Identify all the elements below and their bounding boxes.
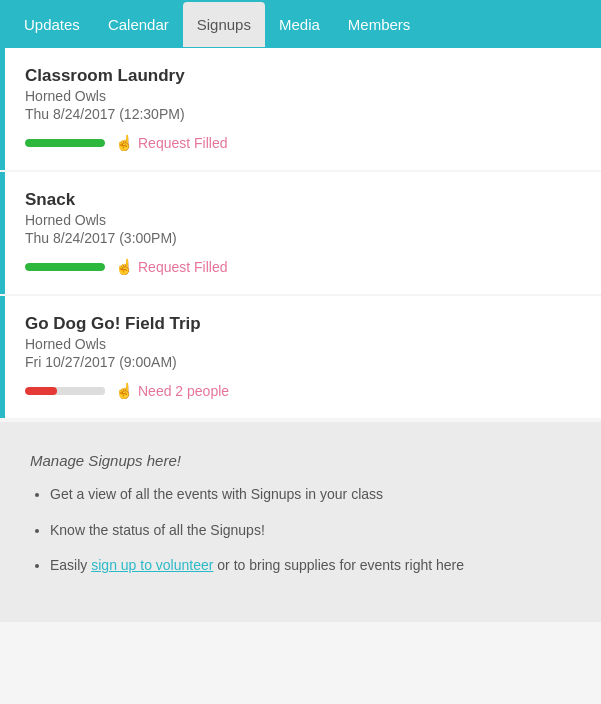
manage-bullet3-pre: Easily	[50, 557, 91, 573]
card-title-2: Snack	[25, 190, 581, 210]
progress-bar-fill-3-empty	[57, 387, 105, 395]
card-progress-area-2: ☝ Request Filled	[25, 258, 581, 276]
nav-members[interactable]: Members	[334, 2, 425, 47]
card-subtitle-1: Horned Owls	[25, 88, 581, 104]
hand-icon-3: ☝	[115, 382, 134, 400]
status-label-3: Need 2 people	[138, 383, 229, 399]
main-nav: Updates Calendar Signups Media Members	[0, 0, 601, 48]
card-date-3: Fri 10/27/2017 (9:00AM)	[25, 354, 581, 370]
card-subtitle-2: Horned Owls	[25, 212, 581, 228]
status-text-3[interactable]: ☝ Need 2 people	[115, 382, 229, 400]
card-progress-area-3: ☝ Need 2 people	[25, 382, 581, 400]
nav-signups[interactable]: Signups	[183, 2, 265, 47]
card-date-1: Thu 8/24/2017 (12:30PM)	[25, 106, 581, 122]
progress-bar-fill-1	[25, 139, 105, 147]
status-text-1[interactable]: ☝ Request Filled	[115, 134, 228, 152]
nav-calendar[interactable]: Calendar	[94, 2, 183, 47]
progress-bar-wrap-1	[25, 139, 105, 147]
progress-bar-wrap-3	[25, 387, 105, 395]
progress-bar-wrap-2	[25, 263, 105, 271]
signup-card-3: Go Dog Go! Field Trip Horned Owls Fri 10…	[0, 296, 601, 418]
status-label-2: Request Filled	[138, 259, 228, 275]
signup-card-1: Classroom Laundry Horned Owls Thu 8/24/2…	[0, 48, 601, 170]
manage-title: Manage Signups here!	[30, 452, 571, 469]
card-title-1: Classroom Laundry	[25, 66, 581, 86]
progress-bar-fill-2	[25, 263, 105, 271]
manage-bullet-1: Get a view of all the events with Signup…	[50, 485, 571, 505]
card-subtitle-3: Horned Owls	[25, 336, 581, 352]
manage-bullet3-post: or to bring supplies for events right he…	[213, 557, 464, 573]
status-label-1: Request Filled	[138, 135, 228, 151]
manage-bullet-3: Easily sign up to volunteer or to bring …	[50, 556, 571, 576]
hand-icon-2: ☝	[115, 258, 134, 276]
manage-section: Manage Signups here! Get a view of all t…	[0, 422, 601, 622]
card-date-2: Thu 8/24/2017 (3:00PM)	[25, 230, 581, 246]
nav-media[interactable]: Media	[265, 2, 334, 47]
nav-updates[interactable]: Updates	[10, 2, 94, 47]
card-title-3: Go Dog Go! Field Trip	[25, 314, 581, 334]
signup-card-2: Snack Horned Owls Thu 8/24/2017 (3:00PM)…	[0, 172, 601, 294]
manage-list: Get a view of all the events with Signup…	[30, 485, 571, 576]
hand-icon-1: ☝	[115, 134, 134, 152]
manage-bullet-2: Know the status of all the Signups!	[50, 521, 571, 541]
volunteer-link[interactable]: sign up to volunteer	[91, 557, 213, 573]
progress-bar-fill-3-red	[25, 387, 57, 395]
card-progress-area-1: ☝ Request Filled	[25, 134, 581, 152]
status-text-2[interactable]: ☝ Request Filled	[115, 258, 228, 276]
